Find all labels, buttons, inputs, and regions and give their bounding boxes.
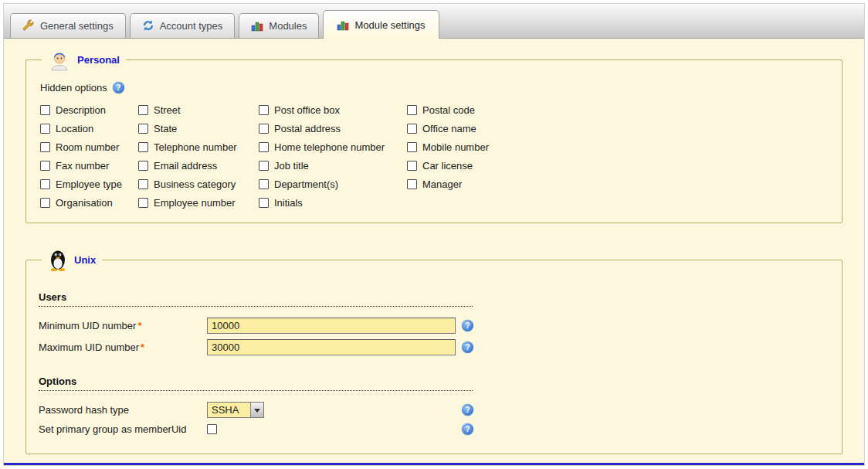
- hidden-option-checkbox[interactable]: [40, 142, 50, 152]
- hidden-option-checkbox[interactable]: [407, 124, 417, 134]
- min-uid-input[interactable]: [207, 318, 456, 334]
- hidden-option-item[interactable]: Employee type: [40, 178, 138, 190]
- hidden-option-label: Employee type: [56, 178, 122, 190]
- password-hash-select[interactable]: SSHA: [207, 402, 264, 418]
- select-dropdown-arrow-icon[interactable]: [250, 403, 263, 417]
- password-hash-selected-value: SSHA: [208, 403, 250, 417]
- footer-divider: [4, 463, 864, 465]
- hidden-option-item[interactable]: Room number: [40, 141, 138, 153]
- help-icon[interactable]: ?: [462, 320, 473, 331]
- tab-module-settings[interactable]: Module settings: [323, 10, 439, 39]
- hidden-option-label: Post office box: [274, 104, 340, 116]
- hidden-option-checkbox[interactable]: [259, 179, 269, 189]
- hidden-option-label: Postal address: [274, 123, 341, 134]
- hidden-option-label: Initials: [274, 197, 303, 209]
- hidden-option-label: Business category: [154, 178, 236, 190]
- member-uid-row: Set primary group as memberUid ?: [39, 423, 829, 435]
- password-hash-control: SSHA: [207, 402, 462, 418]
- tab-label: Modules: [269, 20, 307, 32]
- hidden-option-item[interactable]: Home telephone number: [259, 141, 407, 153]
- tab-bar: General settings Account types Modules M…: [4, 4, 864, 39]
- hidden-option-checkbox[interactable]: [40, 124, 50, 134]
- help-icon[interactable]: ?: [462, 404, 473, 416]
- hidden-option-item[interactable]: Fax number: [40, 160, 138, 172]
- hidden-option-item[interactable]: Street: [138, 104, 259, 116]
- member-uid-label: Set primary group as memberUid: [39, 423, 207, 435]
- hidden-option-checkbox[interactable]: [40, 198, 50, 208]
- hidden-option-label: Job title: [274, 160, 309, 172]
- hidden-option-item[interactable]: Mobile number: [407, 141, 829, 153]
- hidden-option-item[interactable]: Telephone number: [138, 141, 259, 153]
- hidden-option-checkbox[interactable]: [138, 124, 148, 134]
- wrench-icon: [22, 19, 35, 32]
- hidden-option-item[interactable]: Email address: [138, 160, 259, 172]
- max-uid-input[interactable]: [207, 339, 456, 355]
- hidden-option-item[interactable]: Initials: [259, 197, 407, 209]
- hidden-option-checkbox[interactable]: [40, 105, 50, 115]
- hidden-option-item[interactable]: Office name: [407, 123, 829, 134]
- hidden-option-checkbox[interactable]: [407, 161, 417, 171]
- hidden-option-item[interactable]: Postal address: [259, 123, 407, 134]
- help-icon[interactable]: ?: [462, 342, 473, 353]
- hidden-option-label: Manager: [422, 178, 462, 190]
- hidden-option-label: Postal code: [422, 104, 475, 116]
- tab-label: General settings: [40, 20, 114, 32]
- tab-general-settings[interactable]: General settings: [10, 13, 126, 38]
- hidden-option-label: Mobile number: [422, 141, 489, 153]
- tab-label: Account types: [160, 20, 223, 32]
- hidden-option-checkbox[interactable]: [138, 179, 148, 189]
- sync-arrows-icon: [142, 19, 154, 32]
- help-icon[interactable]: ?: [113, 82, 124, 93]
- min-uid-label: Minimum UID number*: [39, 320, 207, 331]
- hidden-option-checkbox[interactable]: [259, 142, 269, 152]
- max-uid-row: Maximum UID number* ?: [39, 339, 829, 355]
- hidden-option-item[interactable]: Post office box: [259, 104, 407, 116]
- personal-title: Personal: [77, 54, 120, 66]
- hidden-option-checkbox[interactable]: [259, 105, 269, 115]
- hidden-option-label: Email address: [154, 160, 217, 172]
- hidden-option-checkbox[interactable]: [138, 198, 148, 208]
- hidden-option-checkbox[interactable]: [138, 161, 148, 171]
- hidden-option-checkbox[interactable]: [407, 142, 417, 152]
- hidden-option-checkbox[interactable]: [138, 105, 148, 115]
- hidden-option-checkbox[interactable]: [259, 161, 269, 171]
- hidden-option-item[interactable]: Manager: [407, 178, 829, 190]
- hidden-option-label: Street: [154, 104, 181, 116]
- password-hash-label: Password hash type: [39, 404, 207, 416]
- hidden-option-item[interactable]: Location: [40, 123, 138, 134]
- help-icon[interactable]: ?: [462, 423, 473, 435]
- person-icon: [48, 48, 71, 71]
- hidden-option-item[interactable]: Postal code: [407, 104, 829, 116]
- tab-modules[interactable]: Modules: [239, 13, 319, 38]
- hidden-options-row: Hidden options ?: [40, 82, 829, 93]
- hidden-options-label: Hidden options: [40, 82, 107, 93]
- hidden-option-item[interactable]: Department(s): [259, 178, 407, 190]
- users-subheader: Users: [39, 291, 473, 307]
- hidden-option-item[interactable]: Car license: [407, 160, 829, 172]
- hidden-option-label: Office name: [422, 123, 476, 134]
- hidden-option-label: Room number: [56, 141, 119, 153]
- hidden-option-checkbox[interactable]: [259, 124, 269, 134]
- hidden-option-item[interactable]: Business category: [138, 178, 259, 190]
- member-uid-checkbox[interactable]: [207, 424, 217, 434]
- tab-account-types[interactable]: Account types: [130, 13, 236, 38]
- hidden-options-grid: Description Street Post office box Posta…: [40, 104, 829, 209]
- module-settings-blocks-icon: [337, 19, 349, 31]
- tab-label: Module settings: [354, 19, 425, 31]
- hidden-option-checkbox[interactable]: [40, 161, 50, 171]
- hidden-option-checkbox[interactable]: [407, 105, 417, 115]
- hidden-option-checkbox[interactable]: [259, 198, 269, 208]
- hidden-option-item[interactable]: Job title: [259, 160, 407, 172]
- min-uid-control: [207, 318, 462, 334]
- max-uid-label: Maximum UID number*: [39, 342, 207, 353]
- hidden-option-item[interactable]: Description: [40, 104, 138, 116]
- hidden-option-item[interactable]: Organisation: [40, 197, 138, 209]
- personal-legend: Personal: [42, 48, 126, 71]
- hidden-option-label: Fax number: [56, 160, 109, 172]
- hidden-option-item[interactable]: Employee number: [138, 197, 259, 209]
- hidden-option-checkbox[interactable]: [407, 179, 417, 189]
- hidden-option-checkbox[interactable]: [40, 179, 50, 189]
- hidden-option-item[interactable]: State: [138, 123, 259, 134]
- hidden-option-checkbox[interactable]: [138, 142, 148, 152]
- hidden-option-label: Department(s): [274, 178, 338, 190]
